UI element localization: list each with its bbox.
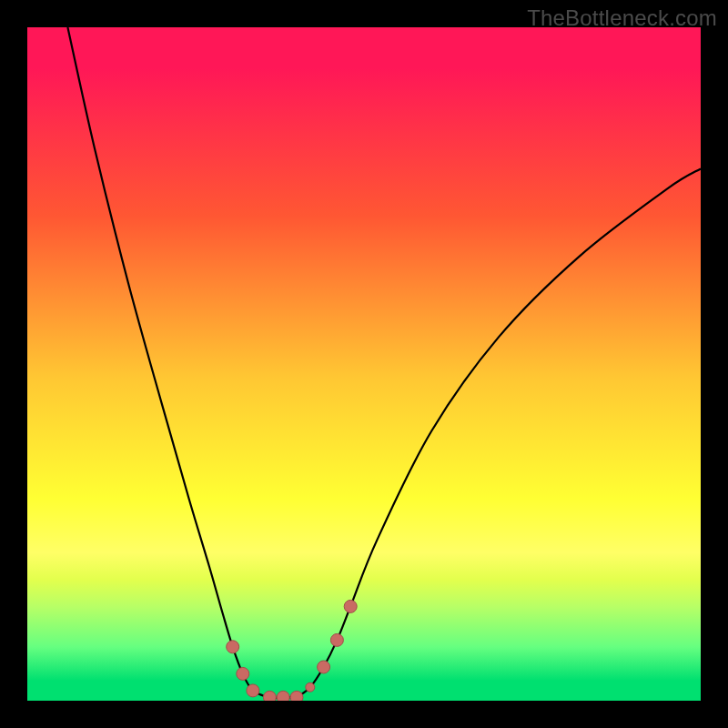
chart-svg	[27, 27, 701, 701]
curve-left-branch	[67, 27, 297, 698]
marker-dot	[306, 682, 315, 692]
marker-dot	[263, 691, 276, 701]
marker-dot	[318, 661, 330, 673]
marker-dot	[227, 641, 239, 653]
marker-group	[227, 600, 358, 701]
marker-dot	[290, 691, 303, 701]
marker-dot	[247, 684, 259, 697]
watermark-text: TheBottleneck.com	[527, 5, 717, 31]
marker-dot	[277, 691, 289, 701]
marker-dot	[330, 633, 343, 646]
chart-plot-area	[27, 27, 701, 701]
marker-dot	[237, 667, 249, 680]
curve-right-branch	[297, 168, 701, 697]
marker-dot	[344, 600, 357, 612]
